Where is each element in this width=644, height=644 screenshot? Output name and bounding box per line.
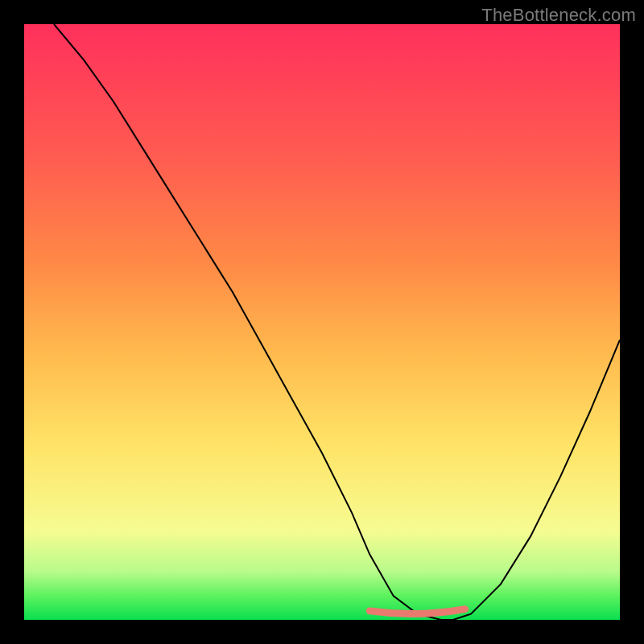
chart-svg <box>24 24 620 620</box>
marker-band <box>369 609 464 614</box>
watermark-text: TheBottleneck.com <box>481 5 636 26</box>
curve-line <box>54 24 620 620</box>
